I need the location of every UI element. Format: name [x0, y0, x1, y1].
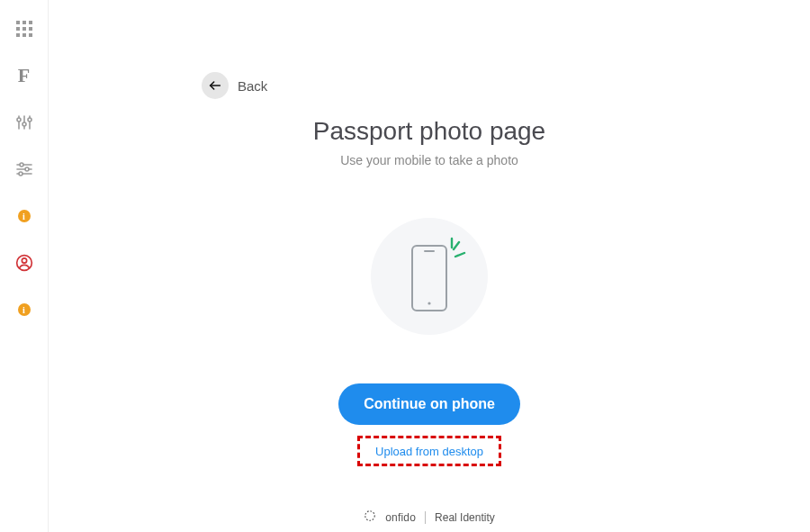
- app-root: F: [0, 0, 810, 532]
- svg-line-29: [455, 253, 464, 257]
- svg-rect-24: [412, 246, 446, 311]
- svg-rect-2: [29, 21, 32, 24]
- svg-rect-8: [29, 33, 32, 37]
- svg-rect-1: [22, 21, 26, 24]
- page-subtitle: Use your mobile to take a photo: [340, 153, 518, 167]
- svg-point-10: [17, 118, 21, 122]
- continue-on-phone-button[interactable]: Continue on phone: [338, 383, 520, 425]
- svg-point-12: [22, 122, 26, 126]
- svg-rect-6: [16, 33, 20, 37]
- svg-point-18: [25, 167, 29, 171]
- svg-rect-3: [16, 27, 20, 31]
- info-icon-1[interactable]: [10, 202, 39, 230]
- upload-from-desktop-wrap: Upload from desktop: [361, 437, 498, 464]
- svg-rect-0: [16, 21, 20, 24]
- footer-brand: onfido Real Identity: [364, 509, 495, 525]
- brand-divider: [425, 511, 426, 524]
- apps-icon[interactable]: [10, 14, 39, 43]
- brand-name: onfido: [385, 511, 416, 524]
- profile-icon[interactable]: [10, 248, 39, 277]
- svg-point-16: [20, 163, 23, 167]
- svg-rect-7: [22, 33, 26, 37]
- svg-point-26: [428, 302, 430, 304]
- back-label: Back: [238, 78, 267, 94]
- svg-point-22: [22, 258, 26, 263]
- svg-point-20: [19, 172, 22, 176]
- svg-line-28: [454, 242, 459, 249]
- svg-rect-4: [22, 27, 26, 31]
- upload-from-desktop-link[interactable]: Upload from desktop: [375, 445, 483, 458]
- back-button[interactable]: Back: [202, 72, 267, 99]
- phone-illustration: [371, 218, 488, 335]
- info-icon-2[interactable]: [10, 295, 39, 324]
- equalizer-icon[interactable]: [10, 155, 39, 184]
- svg-point-14: [28, 118, 32, 122]
- brand-tagline: Real Identity: [435, 511, 495, 524]
- main-content: Back Passport photo page Use your mobile…: [49, 0, 810, 532]
- sidebar: F: [0, 0, 49, 532]
- onfido-logo-icon: [364, 509, 376, 525]
- sliders-icon[interactable]: [10, 108, 39, 137]
- content-column: Passport photo page Use your mobile to t…: [49, 0, 810, 525]
- arrow-left-icon: [202, 72, 229, 99]
- svg-rect-5: [29, 27, 32, 31]
- svg-point-30: [365, 511, 375, 521]
- page-title: Passport photo page: [313, 117, 545, 146]
- f-icon[interactable]: F: [10, 61, 39, 90]
